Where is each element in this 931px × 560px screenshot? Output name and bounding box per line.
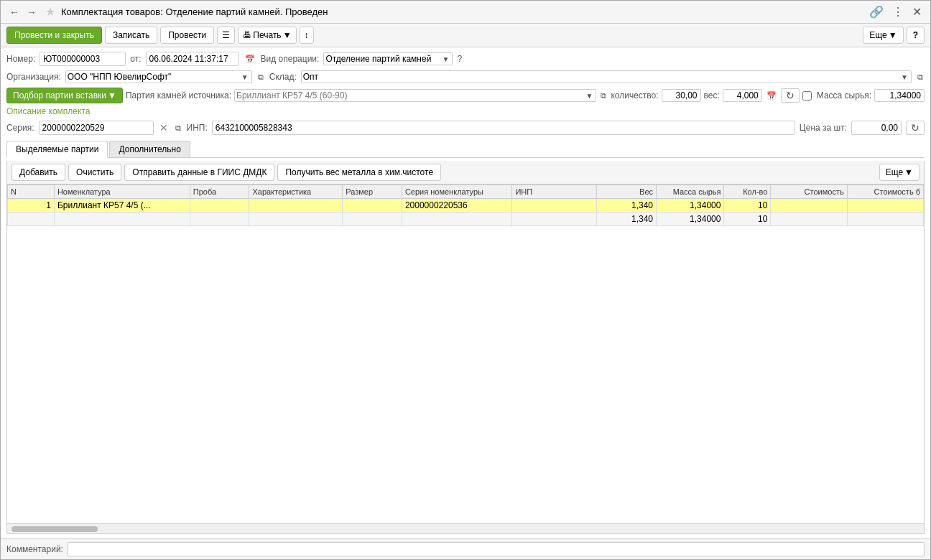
org-input[interactable]: [68, 72, 240, 82]
seria-input[interactable]: [39, 121, 154, 135]
op-type-dropdown[interactable]: ▼: [323, 52, 453, 65]
masa-label: Масса сырья:: [817, 90, 871, 101]
number-label: Номер:: [6, 54, 35, 64]
price-input[interactable]: [851, 121, 902, 135]
col-header-ves: Вес: [597, 185, 657, 199]
checkbox-wrap: [802, 91, 814, 101]
comment-label: Комментарий:: [6, 544, 63, 554]
seria-clear-button[interactable]: ✕: [158, 122, 170, 134]
cell-n: 1: [8, 199, 55, 213]
tab-additional-label: Дополнительно: [119, 144, 180, 154]
table-footer-row: 1,340 1,34000 10: [8, 213, 924, 226]
date-input[interactable]: [146, 52, 239, 66]
ves-input[interactable]: [723, 89, 762, 102]
desc-link[interactable]: Описание комплекта: [6, 106, 90, 116]
number-input[interactable]: [40, 52, 126, 66]
org-dropdown[interactable]: ▼: [65, 70, 252, 83]
col-header-masa: Масса сырья: [657, 185, 724, 199]
get-weight-label: Получить вес металла в хим.чистоте: [285, 167, 433, 177]
post-button[interactable]: Провести: [160, 27, 214, 44]
party-source-copy-button[interactable]: ⧉: [599, 91, 608, 101]
org-copy-button[interactable]: ⧉: [256, 73, 265, 82]
col-header-har: Характеристика: [249, 185, 343, 199]
table-row[interactable]: 1 Бриллиант КР57 4/5 (... 2000000220536 …: [8, 199, 924, 213]
seria-copy-button[interactable]: ⧉: [174, 123, 182, 133]
tab-toolbar: Добавить Очистить Отправить данные в ГИИ…: [7, 161, 924, 185]
sklad-arrow[interactable]: ▼: [899, 73, 909, 81]
footer-ves: 1,340: [597, 213, 657, 226]
calendar-button[interactable]: 📅: [244, 55, 256, 64]
table-container[interactable]: N Номенклатура Проба Характеристика Разм…: [7, 185, 924, 523]
col-header-inp: ИНП: [512, 185, 597, 199]
post-close-button[interactable]: Провести и закрыть: [6, 27, 102, 44]
party-source-input[interactable]: [236, 90, 584, 101]
cell-inp: [512, 199, 597, 213]
number-row: Номер: от: 📅 Вид операции: ▼ ?: [6, 52, 925, 66]
menu-button[interactable]: ⋮: [889, 4, 907, 20]
table-header-row: N Номенклатура Проба Характеристика Разм…: [8, 185, 924, 199]
org-label: Организация:: [6, 72, 61, 82]
tab-selected-parties[interactable]: Выделяемые партии: [6, 141, 108, 158]
add-button[interactable]: Добавить: [11, 164, 65, 181]
party-source-arrow[interactable]: ▼: [584, 92, 594, 100]
col-header-seria: Серия номенклатуры: [402, 185, 511, 199]
col-header-proba: Проба: [190, 185, 249, 199]
tab-more-label: Еще: [886, 167, 903, 177]
send-giis-button[interactable]: Отправить данные в ГИИС ДМДК: [124, 164, 274, 181]
sklad-label: Склад:: [269, 72, 297, 82]
table-footer: 1,340 1,34000 10: [8, 213, 924, 226]
sklad-dropdown[interactable]: ▼: [301, 70, 912, 83]
op-type-input[interactable]: [325, 54, 440, 64]
footer-inp: [512, 213, 597, 226]
cell-size: [343, 199, 402, 213]
masa-input[interactable]: [874, 89, 925, 102]
scrollbar-thumb[interactable]: [11, 526, 98, 532]
tabs: Выделяемые партии Дополнительно: [6, 141, 925, 158]
op-type-arrow[interactable]: ▼: [440, 55, 450, 63]
tab-additional[interactable]: Дополнительно: [109, 141, 190, 157]
party-select-button[interactable]: Подбор партии вставки ▼: [6, 88, 123, 103]
favorite-button[interactable]: ★: [45, 5, 55, 19]
ves-calendar-button[interactable]: 📅: [765, 91, 778, 101]
clear-button[interactable]: Очистить: [68, 164, 121, 181]
kol-input[interactable]: [662, 89, 701, 102]
clear-label: Очистить: [76, 167, 114, 177]
back-button[interactable]: ←: [6, 4, 22, 20]
close-button[interactable]: ✕: [909, 4, 925, 20]
print-dropdown-arrow: ▼: [283, 30, 292, 40]
link-icon-button[interactable]: 🔗: [866, 4, 886, 20]
footer-n: [8, 213, 55, 226]
get-weight-button[interactable]: Получить вес металла в хим.чистоте: [277, 164, 441, 181]
sklad-input[interactable]: [303, 72, 899, 82]
footer-size: [343, 213, 402, 226]
nav-buttons: ← →: [6, 4, 40, 20]
party-source-dropdown[interactable]: ▼: [234, 89, 596, 102]
price-refresh-button[interactable]: ↻: [906, 121, 925, 135]
main-toolbar: Провести и закрыть Записать Провести ☰ 🖶…: [1, 24, 930, 47]
comment-input[interactable]: [68, 542, 925, 556]
footer-masa: 1,34000: [657, 213, 724, 226]
footer-har: [249, 213, 343, 226]
horizontal-scrollbar[interactable]: [7, 523, 924, 533]
inp-input[interactable]: [212, 121, 795, 135]
cell-nom: Бриллиант КР57 4/5 (...: [54, 199, 190, 213]
tab-more-button[interactable]: Еще ▼: [879, 164, 920, 181]
help-button[interactable]: ?: [907, 27, 925, 44]
forward-button[interactable]: →: [24, 4, 40, 20]
cell-seria: 2000000220536: [402, 199, 511, 213]
print-button[interactable]: 🖶 Печать ▼: [238, 27, 296, 44]
refresh-button[interactable]: ↻: [781, 88, 800, 103]
form-content: Номер: от: 📅 Вид операции: ▼ ? Организац…: [1, 47, 930, 538]
org-arrow[interactable]: ▼: [240, 73, 250, 81]
table-icon-button[interactable]: ☰: [217, 27, 235, 44]
masa-checkbox[interactable]: [802, 91, 812, 101]
exchange-button[interactable]: ↕: [300, 27, 314, 44]
footer-seria: [402, 213, 511, 226]
cell-kol: 10: [724, 199, 771, 213]
col-header-kol: Кол-во: [724, 185, 771, 199]
save-button[interactable]: Записать: [105, 27, 157, 44]
more-button[interactable]: Еще ▼: [863, 27, 903, 44]
sklad-copy-button[interactable]: ⧉: [916, 73, 925, 82]
footer-nom: [54, 213, 190, 226]
op-type-help[interactable]: ?: [457, 54, 462, 64]
